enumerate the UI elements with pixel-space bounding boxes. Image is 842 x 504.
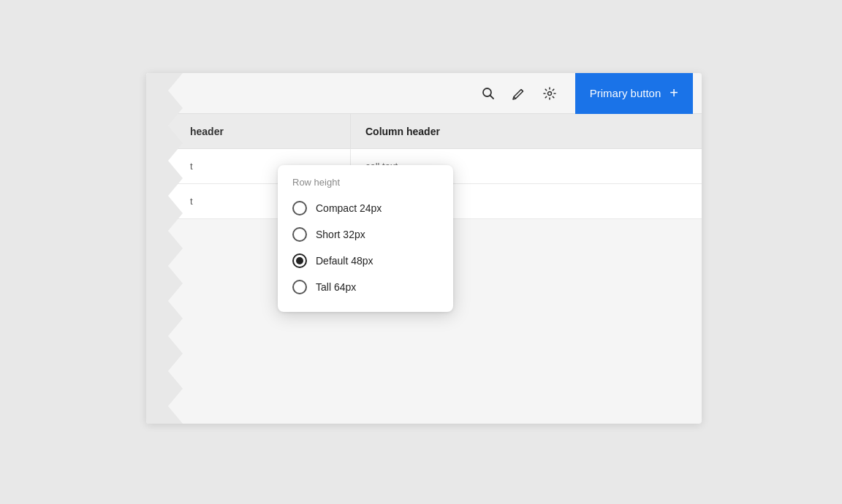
toolbar: Primary button + [146,73,702,114]
option-tall-label: Tall 64px [316,281,356,293]
table-header-left: header [146,114,351,148]
edit-icon[interactable] [511,85,527,102]
settings-icon[interactable] [542,85,558,102]
table-header-right: Column header [351,114,702,148]
radio-tall[interactable] [292,280,307,294]
scene: Primary button + header Column header t … [0,0,842,504]
option-short-label: Short 32px [316,229,365,240]
primary-button-label: Primary button [590,87,661,99]
row-height-dropdown: Row height Compact 24px Short 32px Defau… [278,165,453,312]
radio-compact[interactable] [292,201,307,215]
option-default-label: Default 48px [316,255,373,267]
dropdown-section-label: Row height [278,177,453,195]
primary-button-plus: + [670,85,678,102]
option-default[interactable]: Default 48px [278,248,453,274]
primary-button[interactable]: Primary button + [575,73,693,114]
search-icon[interactable] [480,85,496,102]
radio-short[interactable] [292,227,307,242]
svg-point-2 [547,91,551,95]
toolbar-icons [480,85,564,102]
radio-default[interactable] [292,253,307,268]
table-header-row: header Column header [146,114,702,149]
option-compact[interactable]: Compact 24px [278,195,453,221]
svg-line-1 [490,95,493,99]
option-short[interactable]: Short 32px [278,221,453,248]
option-compact-label: Compact 24px [316,202,382,214]
option-tall[interactable]: Tall 64px [278,274,453,300]
